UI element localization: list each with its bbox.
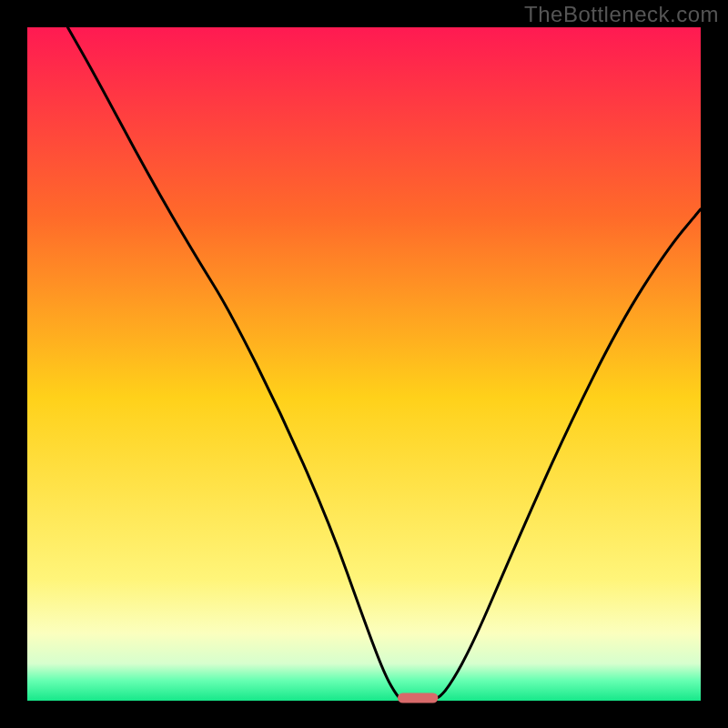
watermark-text: TheBottleneck.com xyxy=(524,2,719,27)
bottleneck-chart xyxy=(0,0,728,728)
optimal-zone-marker xyxy=(398,693,438,703)
